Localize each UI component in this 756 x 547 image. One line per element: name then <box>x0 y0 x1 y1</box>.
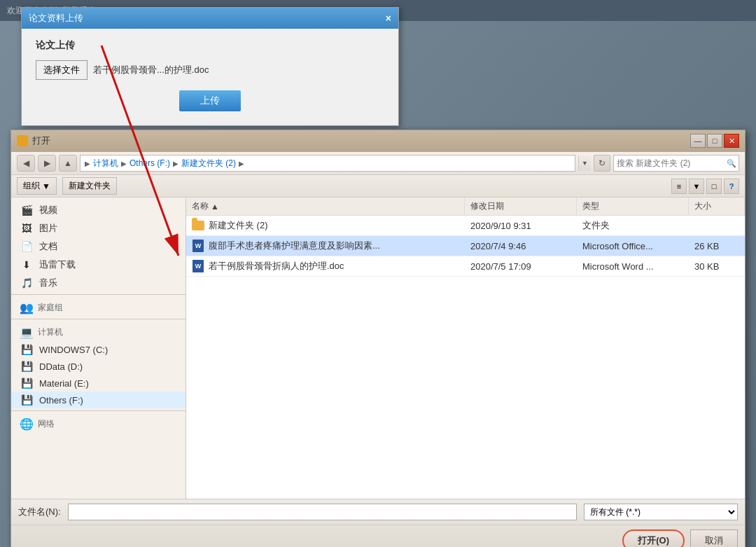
minimize-button[interactable]: — <box>690 134 706 148</box>
view-dropdown-button[interactable]: ▼ <box>689 179 704 194</box>
sort-arrow: ▲ <box>211 202 219 212</box>
address-sep-2: ▶ <box>173 160 178 167</box>
address-dropdown-button[interactable]: ▼ <box>578 155 591 171</box>
table-row[interactable]: 新建文件夹 (2) 2020/9/10 9:31 文件夹 <box>186 216 745 236</box>
address-arrow: ▶ <box>85 160 90 167</box>
col-name[interactable]: 名称 ▲ <box>186 198 465 215</box>
organize-arrow: ▼ <box>42 181 50 191</box>
search-button[interactable]: 🔍 <box>724 155 738 171</box>
choose-file-button[interactable]: 选择文件 <box>36 60 88 80</box>
address-part-computer[interactable]: 计算机 <box>93 158 118 169</box>
secondary-toolbar: 组织 ▼ 新建文件夹 ≡ ▼ □ ? <box>11 175 745 198</box>
sidebar-label-document: 文档 <box>39 240 57 253</box>
file-cell-size: 26 KB <box>689 236 745 256</box>
address-sep-3: ▶ <box>239 160 244 167</box>
upload-dialog: 论文资料上传 × 论文上传 选择文件 若干例股骨颈骨...的护理.doc 上传 <box>21 7 399 126</box>
sidebar-item-video[interactable]: 🎬 视频 <box>11 201 186 219</box>
filename-label: 文件名(N): <box>18 506 61 518</box>
sidebar-label-xunlei: 迅雷下载 <box>39 258 76 271</box>
sidebar-item-document[interactable]: 📄 文档 <box>11 237 186 256</box>
e-drive-icon: 💾 <box>20 378 34 389</box>
word-doc-icon-2: W <box>192 260 204 272</box>
sidebar-item-e-drive[interactable]: 💾 Material (E:) <box>11 375 186 392</box>
maximize-button[interactable]: □ <box>707 134 722 148</box>
view-list-button[interactable]: ≡ <box>671 179 687 194</box>
d-drive-icon: 💾 <box>20 361 34 372</box>
up-button[interactable]: ▲ <box>59 155 77 172</box>
filename-input[interactable] <box>68 504 577 520</box>
table-row[interactable]: W 若干例股骨颈骨折病人的护理.doc 2020/7/5 17:09 Micro… <box>186 256 745 277</box>
sidebar-item-c-drive[interactable]: 💾 WINDOWS7 (C:) <box>11 341 186 358</box>
sidebar-label-f-drive: Others (F:) <box>39 395 83 406</box>
file-cell-name: 新建文件夹 (2) <box>186 216 465 235</box>
upload-button[interactable]: 上传 <box>179 90 241 111</box>
file-list-area: 名称 ▲ 修改日期 类型 大小 新建文件夹 <box>186 198 745 499</box>
sidebar-label-c-drive: WINDOWS7 (C:) <box>39 345 108 355</box>
sidebar-label-music: 音乐 <box>39 277 57 289</box>
folder-icon <box>192 219 204 232</box>
action-buttons: 打开(O) 取消 <box>11 525 745 547</box>
address-part-newfolder[interactable]: 新建文件夹 (2) <box>181 158 236 169</box>
title-left: 打开 <box>17 134 50 147</box>
video-icon: 🎬 <box>20 205 34 216</box>
panel-button[interactable]: □ <box>706 179 722 194</box>
address-sep-1: ▶ <box>121 160 127 167</box>
col-type[interactable]: 类型 <box>577 198 689 215</box>
filename-input-wrap <box>68 504 577 520</box>
sidebar-divider-2 <box>11 319 186 319</box>
picture-icon: 🖼 <box>20 223 34 234</box>
file-name-display: 若干例股骨颈骨...的护理.doc <box>93 64 209 76</box>
upload-dialog-title: 论文资料上传 <box>29 12 83 25</box>
file-toolbar: ◀ ▶ ▲ ▶ 计算机 ▶ Others (F:) ▶ 新建文件夹 (2) ▶ … <box>11 152 745 175</box>
sidebar-item-music[interactable]: 🎵 音乐 <box>11 274 186 292</box>
file-cell-type: Microsoft Office... <box>577 236 689 256</box>
sidebar-label-e-drive: Material (E:) <box>39 378 89 389</box>
file-row: 选择文件 若干例股骨颈骨...的护理.doc <box>36 60 384 80</box>
file-cell-size <box>689 216 745 235</box>
sidebar-item-xunlei[interactable]: ⬇ 迅雷下载 <box>11 256 186 274</box>
filetype-select[interactable]: 所有文件 (*.*) <box>584 504 738 520</box>
sidebar-item-picture[interactable]: 🖼 图片 <box>11 219 186 237</box>
sidebar-label-d-drive: DData (D:) <box>39 361 83 372</box>
upload-dialog-titlebar: 论文资料上传 × <box>22 8 398 29</box>
sidebar-section-network: 🌐 网络 <box>11 413 186 433</box>
organize-label: 组织 <box>23 180 40 192</box>
file-dialog-title: 打开 <box>32 134 50 147</box>
search-input[interactable] <box>614 155 724 171</box>
file-cell-name: W 腹部手术患者疼痛护理满意度及影响因素... <box>186 236 465 256</box>
upload-section-title: 论文上传 <box>36 39 384 52</box>
cancel-button[interactable]: 取消 <box>690 529 738 547</box>
sidebar-item-f-drive[interactable]: 💾 Others (F:) <box>11 392 186 408</box>
f-drive-icon: 💾 <box>20 394 34 406</box>
titlebar-icon <box>17 135 28 146</box>
word-doc-icon: W <box>192 240 204 252</box>
file-cell-modified: 2020/7/4 9:46 <box>465 236 577 256</box>
col-size[interactable]: 大小 <box>689 198 745 215</box>
column-headers: 名称 ▲ 修改日期 类型 大小 <box>186 198 745 216</box>
window-close-button[interactable]: ✕ <box>724 134 739 148</box>
address-part-others[interactable]: Others (F:) <box>130 158 170 168</box>
file-cell-modified: 2020/9/10 9:31 <box>465 216 577 235</box>
sidebar: 🎬 视频 🖼 图片 📄 文档 ⬇ 迅雷下载 🎵 音乐 👥 <box>11 198 186 499</box>
document-icon: 📄 <box>20 241 34 252</box>
col-modified[interactable]: 修改日期 <box>465 198 577 215</box>
open-button[interactable]: 打开(O) <box>622 529 685 547</box>
network-icon: 🌐 <box>20 417 34 431</box>
new-folder-button[interactable]: 新建文件夹 <box>62 177 117 195</box>
xunlei-icon: ⬇ <box>20 259 34 270</box>
help-button[interactable]: ? <box>724 179 739 194</box>
upload-dialog-close-button[interactable]: × <box>386 13 391 24</box>
network-label: 网络 <box>38 418 55 430</box>
file-dialog-titlebar: 打开 — □ ✕ <box>11 130 745 152</box>
table-row[interactable]: W 腹部手术患者疼痛护理满意度及影响因素... 2020/7/4 9:46 Mi… <box>186 236 745 256</box>
organize-button[interactable]: 组织 ▼ <box>17 177 57 195</box>
upload-dialog-body: 论文上传 选择文件 若干例股骨颈骨...的护理.doc 上传 <box>22 29 398 125</box>
sidebar-label-video: 视频 <box>39 204 57 216</box>
music-icon: 🎵 <box>20 277 34 289</box>
back-button[interactable]: ◀ <box>17 155 35 172</box>
computer-label: 计算机 <box>38 326 63 338</box>
sidebar-item-d-drive[interactable]: 💾 DData (D:) <box>11 358 186 375</box>
refresh-button[interactable]: ↻ <box>594 155 610 172</box>
forward-button[interactable]: ▶ <box>38 155 56 172</box>
bottom-bar: 文件名(N): 所有文件 (*.*) <box>11 499 745 525</box>
